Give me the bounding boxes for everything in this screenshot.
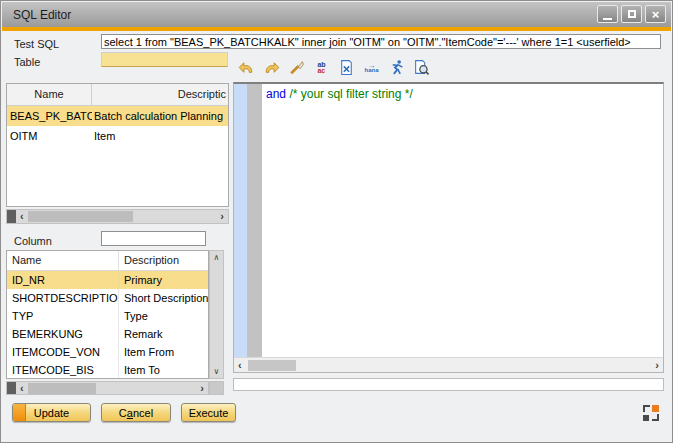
scroll-up-icon[interactable]: ∧ <box>214 251 220 264</box>
editor-gutter <box>247 84 262 357</box>
scrollbar-corner <box>209 381 224 395</box>
execute-button-label: Execute <box>189 407 229 419</box>
column-filter-label: Column <box>14 235 52 247</box>
undo-icon[interactable] <box>237 58 256 77</box>
editor-hscrollbar[interactable]: ‹ › <box>234 357 663 372</box>
sql-keyword: and <box>266 87 286 101</box>
sql-editor-area[interactable]: and /* your sql filter string */ ‹ › <box>233 82 664 373</box>
test-sql-input[interactable] <box>101 34 661 49</box>
column-description-header: Description <box>119 251 208 270</box>
splitter-grip[interactable] <box>7 209 16 224</box>
table-row-description: Item <box>92 126 228 146</box>
minimize-icon <box>603 18 612 20</box>
to-hana-icon[interactable]: →hana <box>362 58 381 77</box>
editor-code-line[interactable]: and /* your sql filter string */ <box>266 87 661 101</box>
column-row-description: Remark <box>119 325 208 343</box>
column-row-name: BEMERKUNG <box>7 325 119 343</box>
preview-icon[interactable] <box>412 58 431 77</box>
scroll-down-icon[interactable]: ∨ <box>214 365 220 378</box>
close-icon: × <box>652 8 660 21</box>
column-row[interactable]: TYP Type <box>7 307 208 325</box>
column-row[interactable]: SHORTDESCRIPTION Short Description <box>7 289 208 307</box>
column-row-description: Type <box>119 307 208 325</box>
replace-icon[interactable]: abac <box>312 58 331 77</box>
scroll-left-icon[interactable]: ‹ <box>16 382 28 395</box>
window-controls: × <box>597 5 666 23</box>
scroll-left-icon[interactable]: ‹ <box>16 210 28 223</box>
run-icon[interactable] <box>387 58 406 77</box>
table-description-header: Descriptic <box>92 84 228 105</box>
scroll-left-icon[interactable]: ‹ <box>234 359 246 372</box>
table-name-header: Name <box>7 84 92 105</box>
column-row-description: Item To <box>119 361 208 379</box>
column-list-header: Name Description <box>7 251 208 271</box>
redo-icon[interactable] <box>262 58 281 77</box>
column-list: Name Description ID_NR Primary SHORTDESC… <box>6 250 209 379</box>
maximize-button[interactable] <box>621 5 642 23</box>
scroll-right-icon[interactable]: › <box>196 382 208 395</box>
scrollbar-thumb[interactable] <box>28 383 96 394</box>
maximize-icon <box>628 10 636 18</box>
column-row[interactable]: ITEMCODE_BIS Item To <box>7 361 208 379</box>
column-list-vscrollbar[interactable]: ∧ ∨ <box>209 250 224 379</box>
column-row-description: Item From <box>119 343 208 361</box>
close-button[interactable]: × <box>645 5 666 23</box>
splitter-grip[interactable] <box>7 381 16 395</box>
scroll-right-icon[interactable]: › <box>216 210 228 223</box>
cancel-button[interactable]: Cancel <box>101 403 171 422</box>
scrollbar-thumb[interactable] <box>28 211 133 222</box>
column-row-description: Primary <box>119 271 208 289</box>
scrollbar-thumb[interactable] <box>248 360 296 371</box>
update-button-label: Update <box>34 407 69 419</box>
table-row-description: Batch calculation Planning <box>92 106 228 126</box>
titlebar: SQL Editor × <box>2 2 671 27</box>
table-row[interactable]: BEAS_PK_BATCHKALK Batch calculation Plan… <box>7 106 228 126</box>
column-row[interactable]: ID_NR Primary <box>7 271 208 289</box>
column-row[interactable]: BEMERKUNG Remark <box>7 325 208 343</box>
expand-window-icon[interactable] <box>643 405 659 421</box>
column-row-name: ITEMCODE_VON <box>7 343 119 361</box>
editor-toolbar: abac →hana <box>237 57 431 78</box>
column-row-name: ID_NR <box>7 271 119 289</box>
editor-message-strip <box>233 378 664 391</box>
accent-stripe <box>2 27 671 31</box>
column-row[interactable]: ITEMCODE_VON Item From <box>7 343 208 361</box>
scroll-right-icon[interactable]: › <box>651 359 663 372</box>
column-row-description: Short Description <box>119 289 208 307</box>
close-document-icon[interactable] <box>337 58 356 77</box>
column-row-name: SHORTDESCRIPTION <box>7 289 119 307</box>
table-input[interactable] <box>101 52 228 67</box>
table-label: Table <box>14 56 40 68</box>
table-row-name: OITM <box>7 126 92 146</box>
sql-comment: /* your sql filter string */ <box>289 87 412 101</box>
window-title: SQL Editor <box>2 8 71 22</box>
sql-editor-window: SQL Editor × Test SQL Table abac →hana <box>0 0 673 443</box>
execute-button[interactable]: Execute <box>181 403 236 422</box>
cancel-button-label: Cancel <box>119 407 153 419</box>
table-list: Name Descriptic BEAS_PK_BATCHKALK Batch … <box>6 83 229 207</box>
column-list-hscrollbar[interactable]: ‹ › <box>6 381 209 395</box>
table-list-header: Name Descriptic <box>7 84 228 106</box>
editor-selection-margin <box>234 84 247 357</box>
column-row-name: ITEMCODE_BIS <box>7 361 119 379</box>
column-name-header: Name <box>7 251 119 270</box>
update-button[interactable]: Update <box>12 403 91 422</box>
default-button-accent <box>13 404 26 421</box>
table-list-hscrollbar[interactable]: ‹ › <box>6 209 229 224</box>
column-filter-input[interactable] <box>101 231 206 246</box>
table-row[interactable]: OITM Item <box>7 126 228 146</box>
test-sql-label: Test SQL <box>14 38 59 50</box>
format-brush-icon[interactable] <box>287 58 306 77</box>
minimize-button[interactable] <box>597 5 618 23</box>
column-row-name: TYP <box>7 307 119 325</box>
table-row-name: BEAS_PK_BATCHKALK <box>7 106 92 126</box>
